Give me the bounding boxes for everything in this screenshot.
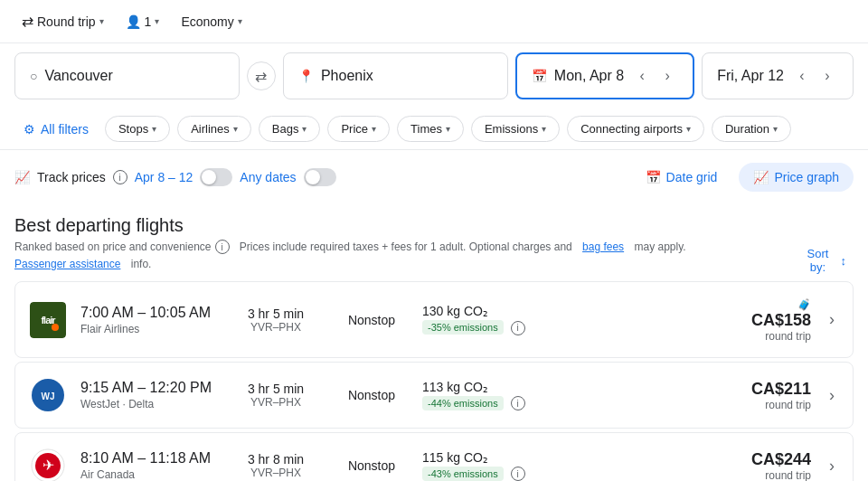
flight-airline: WestJet · Delta [80, 398, 216, 410]
price-text: CA$211 [703, 380, 811, 399]
destination-field[interactable] [321, 68, 493, 84]
ranked-info-icon[interactable]: i [215, 240, 230, 254]
flight-airline: Air Canada [80, 468, 216, 481]
track-info-icon[interactable]: i [113, 170, 127, 184]
emissions-info-icon[interactable]: i [511, 467, 525, 481]
departure-date-input[interactable]: 📅 Mon, Apr 8 ‹ › [515, 52, 694, 99]
filter-sliders-icon: ⚙ [24, 122, 35, 137]
co2-text: 113 kg CO₂ [422, 380, 567, 394]
emissions-filter-button[interactable]: Emissions ▾ [471, 116, 560, 142]
date-grid-button[interactable]: 📅 Date grid [631, 163, 732, 192]
all-filters-button[interactable]: ⚙ All filters [14, 117, 98, 142]
svg-text:WJ: WJ [42, 391, 55, 401]
stops-text: Nonstop [335, 313, 408, 327]
flight-price: CA$244 round trip [703, 450, 811, 482]
track-prices-label: Track prices [37, 170, 106, 184]
expand-flight-button[interactable]: › [826, 382, 838, 409]
subtitle-row: Ranked based on price and convenience i … [14, 240, 854, 281]
price-graph-button[interactable]: 📈 Price graph [739, 163, 854, 192]
results-subtitle: Ranked based on price and convenience i … [14, 240, 792, 270]
flight-card[interactable]: ✈ 8:10 AM – 11:18 AM Air Canada 3 hr 8 m… [14, 432, 854, 481]
departure-next-button[interactable]: › [656, 65, 678, 87]
flight-stops: Nonstop [335, 313, 408, 327]
filters-row: ⚙ All filters Stops ▾ Airlines ▾ Bags ▾ … [0, 108, 868, 150]
date-grid-icon: 📅 [646, 170, 661, 184]
stops-filter-button[interactable]: Stops ▾ [105, 116, 170, 142]
connecting-airports-label: Connecting airports [580, 122, 683, 136]
return-date-input[interactable]: Fri, Apr 12 ‹ › [702, 52, 854, 99]
flight-times: 9:15 AM – 12:20 PM WestJet · Delta [80, 380, 216, 410]
cabin-label: Economy [181, 14, 233, 29]
passenger-assistance-link[interactable]: Passenger assistance [14, 258, 120, 270]
person-icon: 👤 [126, 14, 141, 29]
expand-flight-button[interactable]: › [826, 307, 838, 333]
emissions-badge: -35% emissions [422, 320, 504, 335]
svg-text:✈: ✈ [42, 457, 54, 473]
airlines-filter-label: Airlines [191, 122, 230, 136]
departure-date-label: Mon, Apr 8 [554, 68, 624, 84]
flight-duration: 3 hr 5 min YVR–PHX [231, 307, 321, 334]
track-prices-row: 📈 Track prices i Apr 8 – 12 Any dates 📅 … [0, 150, 868, 204]
sort-by-button[interactable]: Sort by: ↕ [792, 243, 854, 278]
emissions-chevron-icon: ▾ [542, 124, 546, 134]
trip-type-chevron-icon: ▾ [99, 16, 104, 26]
any-dates-label: Any dates [240, 170, 296, 184]
calendar-icon: 📅 [532, 69, 547, 83]
flight-emissions: 130 kg CO₂ -35% emissions i [422, 304, 567, 335]
duration-filter-label: Duration [725, 122, 769, 136]
flight-times: 8:10 AM – 11:18 AM Air Canada [80, 450, 216, 481]
passengers-label: 1 [145, 14, 152, 29]
airline-logo: flair [30, 302, 66, 338]
emissions-info-icon[interactable]: i [511, 321, 525, 335]
emissions-filter-label: Emissions [485, 122, 538, 136]
return-prev-button[interactable]: ‹ [791, 65, 813, 87]
times-filter-button[interactable]: Times ▾ [397, 116, 464, 142]
price-filter-button[interactable]: Price ▾ [327, 116, 390, 142]
price-filter-label: Price [341, 122, 368, 136]
date-grid-label: Date grid [666, 170, 718, 184]
flight-times: 7:00 AM – 10:05 AM Flair Airlines [80, 305, 216, 335]
airlines-filter-button[interactable]: Airlines ▾ [177, 116, 251, 142]
flight-emissions: 115 kg CO₂ -43% emissions i [422, 450, 567, 481]
flight-time-range: 7:00 AM – 10:05 AM [80, 305, 216, 321]
flight-time-range: 9:15 AM – 12:20 PM [80, 380, 216, 396]
duration-filter-button[interactable]: Duration ▾ [712, 116, 791, 142]
price-graph-icon: 📈 [753, 170, 769, 184]
swap-button[interactable]: ⇄ [247, 61, 276, 90]
westjet-logo: WJ [30, 377, 66, 413]
bag-fees-link[interactable]: bag fees [582, 240, 624, 253]
destination-input[interactable]: 📍 [283, 52, 508, 99]
origin-input[interactable]: ○ [14, 52, 240, 99]
emissions-info-icon[interactable]: i [511, 396, 525, 410]
trip-type-button[interactable]: ⇄ Round trip ▾ [14, 9, 111, 33]
return-date-label: Fri, Apr 12 [717, 68, 784, 84]
price-graph-label: Price graph [774, 170, 839, 184]
flight-airline: Flair Airlines [80, 323, 216, 335]
track-prices-toggle[interactable] [200, 168, 232, 186]
origin-field[interactable] [44, 68, 223, 84]
flight-duration: 3 hr 5 min YVR–PHX [231, 382, 321, 409]
departure-prev-button[interactable]: ‹ [631, 65, 653, 87]
flight-card[interactable]: flair 7:00 AM – 10:05 AM Flair Airlines … [14, 281, 854, 358]
origin-location-icon: ○ [30, 69, 37, 83]
any-dates-toggle[interactable] [304, 168, 336, 186]
passengers-chevron-icon: ▾ [155, 16, 159, 26]
connecting-airports-filter-button[interactable]: Connecting airports ▾ [567, 116, 704, 142]
return-next-button[interactable]: › [816, 65, 838, 87]
flight-card[interactable]: WJ 9:15 AM – 12:20 PM WestJet · Delta 3 … [14, 362, 854, 429]
price-chevron-icon: ▾ [372, 124, 376, 134]
expand-flight-button[interactable]: › [826, 453, 838, 479]
price-text: CA$158 [703, 311, 811, 330]
cabin-button[interactable]: Economy ▾ [174, 11, 249, 33]
flight-list: flair 7:00 AM – 10:05 AM Flair Airlines … [14, 281, 854, 481]
flight-emissions: 113 kg CO₂ -44% emissions i [422, 380, 567, 411]
airlines-chevron-icon: ▾ [233, 124, 238, 134]
passengers-button[interactable]: 👤 1 ▾ [118, 11, 167, 33]
stops-text: Nonstop [335, 388, 408, 402]
co2-text: 130 kg CO₂ [422, 304, 567, 318]
results-section: Best departing flights Ranked based on p… [0, 204, 868, 481]
bags-filter-button[interactable]: Bags ▾ [259, 116, 321, 142]
flight-stops: Nonstop [335, 388, 408, 402]
connecting-airports-chevron-icon: ▾ [686, 124, 691, 134]
price-sub: round trip [703, 330, 811, 343]
